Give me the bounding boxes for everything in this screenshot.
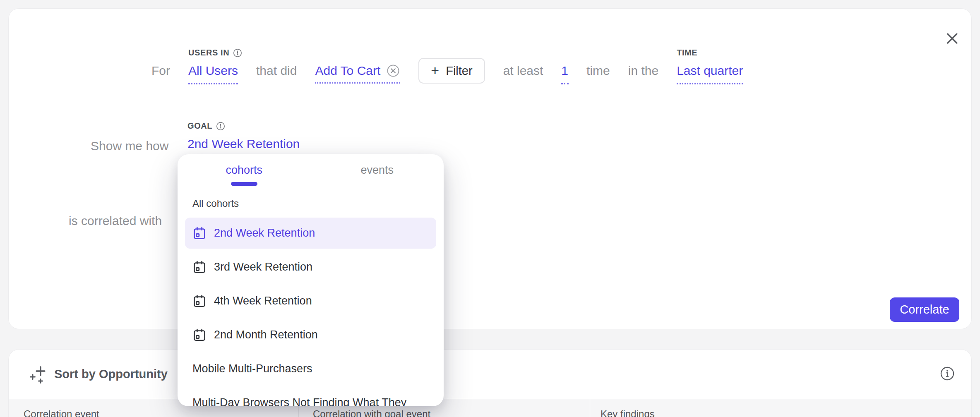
at-least-word: at least <box>503 64 543 78</box>
event-value[interactable]: Add To Cart <box>315 64 380 78</box>
results-table-header: Correlation event Correlation with goal … <box>9 399 971 417</box>
active-tab-indicator <box>231 182 257 186</box>
info-icon[interactable] <box>233 48 242 58</box>
info-icon[interactable] <box>216 122 225 131</box>
query-row-users: For USERS IN All Users that did Add To C… <box>151 57 743 84</box>
column-header-key-findings: Key findings <box>600 408 655 417</box>
calendar-icon <box>192 226 207 240</box>
in-the-word: in the <box>628 64 658 78</box>
column-divider <box>590 399 590 417</box>
event-selector[interactable]: Add To Cart <box>315 64 400 78</box>
remove-event-icon[interactable] <box>386 64 400 78</box>
goal-label: GOAL <box>187 121 225 131</box>
close-icon <box>946 32 959 45</box>
calendar-icon <box>192 328 207 342</box>
results-info-icon[interactable] <box>940 366 955 381</box>
column-header-correlation-with-goal-event: Correlation with goal event <box>313 408 430 417</box>
list-item[interactable]: 4th Week Retention <box>185 285 436 316</box>
plus-icon: + <box>431 63 439 77</box>
is-correlated-with-word: is correlated with <box>69 214 162 228</box>
column-header-correlation-event: Correlation event <box>24 408 99 417</box>
list-item[interactable]: Multi-Day Browsers Not Finding What They <box>185 387 436 406</box>
show-me-how-word: Show me how <box>91 139 168 153</box>
calendar-icon <box>192 260 207 274</box>
time-label: TIME <box>677 48 697 58</box>
that-did-word: that did <box>256 64 297 78</box>
tab-cohorts[interactable]: cohorts <box>178 154 311 186</box>
goal-selector[interactable]: 2nd Week Retention <box>187 137 300 151</box>
time-range-selector[interactable]: Last quarter <box>677 64 743 78</box>
dropdown-tabs: cohorts events <box>178 154 444 186</box>
time-word: time <box>586 64 610 78</box>
results-panel: Sort by Opportunity Correlation event Co… <box>8 349 972 417</box>
sparkle-sort-icon <box>29 365 48 383</box>
tab-events[interactable]: events <box>311 154 444 186</box>
add-filter-button[interactable]: + Filter <box>418 58 485 84</box>
sort-label: Sort by Opportunity <box>54 367 168 381</box>
list-item[interactable]: 3rd Week Retention <box>185 252 436 283</box>
correlate-button[interactable]: Correlate <box>890 297 959 322</box>
close-button[interactable] <box>942 28 963 49</box>
calendar-icon <box>192 294 207 308</box>
sort-by-opportunity-button[interactable]: Sort by Opportunity <box>9 350 168 399</box>
users-in-label: USERS IN <box>188 48 242 58</box>
count-selector[interactable]: 1 <box>561 64 568 78</box>
for-word: For <box>151 64 170 78</box>
correlation-query-page: { "query_builder": { "row1": { "for_word… <box>0 0 980 417</box>
goal-dropdown: cohorts events All cohorts 2nd Week Rete… <box>178 154 444 406</box>
list-item[interactable]: 2nd Month Retention <box>185 319 436 350</box>
query-builder-card: For USERS IN All Users that did Add To C… <box>8 8 972 329</box>
list-item[interactable]: 2nd Week Retention <box>185 218 436 249</box>
cohorts-section-header: All cohorts <box>192 198 444 209</box>
list-item[interactable]: Mobile Multi-Purchasers <box>185 353 436 384</box>
cohort-selector[interactable]: All Users <box>188 64 238 78</box>
